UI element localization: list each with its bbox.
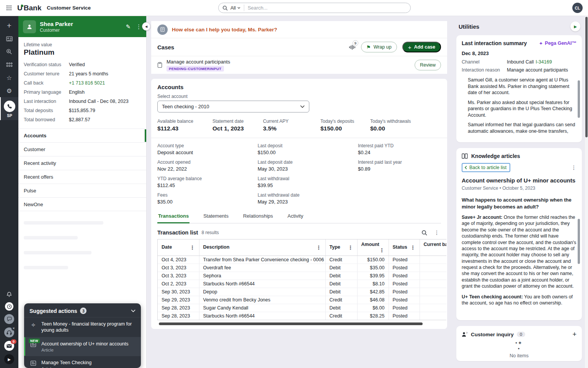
table-row[interactable]: Oct 3, 2023 Overdraft fee Debit $35.00 P… xyxy=(158,264,446,272)
empty-state-sparkle-icon: •✦• xyxy=(462,340,577,352)
customer-nav-item[interactable]: Recent activity xyxy=(18,156,146,170)
clipboard-icon xyxy=(157,62,162,68)
article-paragraph-1: Save+ Jr account: Once the former child … xyxy=(462,214,577,290)
customer-inquiry-title: Customer inquiry xyxy=(471,332,514,337)
inquiry-empty-state: •✦• No items xyxy=(462,338,577,360)
search-insights-icon[interactable] xyxy=(0,45,18,58)
inquiry-count-badge: 0 xyxy=(517,332,525,337)
column-menu-icon[interactable]: ⋮ xyxy=(348,244,353,251)
detail: YTD average balance $112.45 xyxy=(157,176,258,188)
contact-card-icon[interactable] xyxy=(0,32,18,45)
expand-utilities-button[interactable]: ▶ xyxy=(570,21,580,31)
account-tab[interactable]: Relationships xyxy=(242,210,274,223)
table-menu-icon[interactable]: ⋮ xyxy=(434,230,439,236)
column-header[interactable]: Status⋮ xyxy=(389,239,420,256)
mail-icon[interactable]: 0 xyxy=(4,341,14,351)
transaction-table: Date⋮ Description⋮ Type⋮ Amount⋮ Status⋮… xyxy=(158,239,446,320)
table-row[interactable]: Oct 2, 2023 Starbucks North #66544 Debit… xyxy=(158,280,446,288)
column-menu-icon[interactable]: ⋮ xyxy=(190,244,195,251)
customer-nav-item[interactable]: Accounts xyxy=(18,129,146,142)
transaction-list-header: Transaction list 8 results ⋮ xyxy=(157,230,441,236)
clock-icon[interactable] xyxy=(5,302,13,311)
search-input[interactable] xyxy=(248,5,407,11)
back-to-article-list-button[interactable]: Back to article list xyxy=(462,163,510,172)
reason-label: Interaction reason xyxy=(462,67,507,73)
star-icon[interactable]: ☆ xyxy=(0,71,18,84)
customer-nav-item[interactable]: Customer xyxy=(18,142,146,156)
sparkle-icon: ✧ xyxy=(31,322,36,329)
suggested-action-item[interactable]: NEW ✧ Account ownership of U+ minor acco… xyxy=(24,337,141,356)
column-header[interactable]: Date⋮ xyxy=(158,239,199,256)
chevron-down-icon xyxy=(300,105,305,108)
column-menu-icon[interactable]: ⋮ xyxy=(316,244,322,251)
table-row[interactable]: Oct 4, 2023 Transfer from Shea Parker Co… xyxy=(158,256,446,264)
review-case-button[interactable]: Review xyxy=(415,60,441,70)
customer-nav-item[interactable]: NewOne xyxy=(18,197,146,211)
table-row[interactable]: Sep 28, 2023 Starbucks North #66544 Cred… xyxy=(158,312,446,320)
horizontal-scrollbar[interactable] xyxy=(159,322,439,325)
page-scrollbar[interactable] xyxy=(585,16,588,368)
new-item-icon[interactable]: + xyxy=(0,19,18,32)
wrap-up-button[interactable]: ⚑ Wrap up xyxy=(361,42,397,52)
search-scope-select[interactable]: All xyxy=(230,5,240,11)
headset-icon[interactable]: ✕ xyxy=(4,327,14,337)
account-tab[interactable]: Activity xyxy=(287,210,304,223)
column-header[interactable]: Type⋮ xyxy=(325,239,357,256)
table-search-icon[interactable] xyxy=(421,230,427,236)
case-row[interactable]: Manage account participants PENDING-CUST… xyxy=(151,56,447,74)
suggested-action-item[interactable]: ✧ Manage Teen Checking Article xyxy=(24,356,141,368)
account-tab[interactable]: Statements xyxy=(203,210,229,223)
detail: Interest paid YTD $0.24 xyxy=(358,143,441,155)
customer-role: Customer xyxy=(40,28,120,33)
collapse-suggestions-icon[interactable] xyxy=(131,309,136,312)
user-avatar[interactable]: CL xyxy=(572,3,583,13)
customer-menu-icon[interactable]: ⋮ xyxy=(136,23,142,30)
field-value: Verified xyxy=(69,62,141,67)
account-tabs: Transactions Statements Relationships Ac… xyxy=(157,210,441,223)
pega-genai-label: ✦ Pega GenAI™ xyxy=(539,41,577,46)
interaction-id-link[interactable]: I-34169 xyxy=(536,59,552,65)
column-menu-icon[interactable]: ⋮ xyxy=(410,244,416,251)
customer-nav-item[interactable]: Recent offers xyxy=(18,170,146,184)
active-call-tab[interactable]: SP xyxy=(0,97,18,120)
interaction-audio-icon[interactable]: 9 xyxy=(349,44,356,50)
account-select[interactable]: Teen checking - 2010 xyxy=(157,101,309,112)
table-row[interactable]: Oct 3, 2023 Sephora Debit $39.95 Posted xyxy=(158,272,446,280)
lifetime-value-label: Lifetime value xyxy=(24,42,141,47)
suggested-action-item[interactable]: ✧ Teen Money - financial literacy progra… xyxy=(24,317,141,337)
table-row[interactable]: Sep 30, 2023 Depop Debit $42.85 Posted xyxy=(158,288,446,296)
left-icon-rail: + ☆ ⚙ SP xyxy=(0,16,18,368)
edit-customer-icon[interactable]: ✎ xyxy=(126,23,131,30)
interaction-count-badge: 9 xyxy=(353,40,358,46)
column-header[interactable]: Description⋮ xyxy=(199,239,325,256)
table-row[interactable]: Sep 28, 2023 Sugar Candy Kendall Debit $… xyxy=(158,304,446,312)
article-menu-icon[interactable]: ⋮ xyxy=(571,164,577,171)
top-bar: U Bank Customer Service All CL xyxy=(0,0,588,16)
summary-bullet: Ms. Parker also asked about special feat… xyxy=(468,99,577,119)
summary-scrollbar[interactable] xyxy=(578,80,580,118)
chat-icon[interactable] xyxy=(4,314,14,324)
bell-icon[interactable] xyxy=(0,290,18,299)
customer-nav-item[interactable]: Pulse xyxy=(18,184,146,197)
collapse-panel-button[interactable]: ◀ xyxy=(142,22,150,31)
detail: Fees $35.00 xyxy=(157,192,258,205)
customer-avatar-icon xyxy=(23,20,36,33)
suggested-actions-count: 3 xyxy=(80,308,87,314)
customer-panel-header: Shea Parker Customer ✎ ⋮ ◀ xyxy=(18,16,146,37)
column-menu-icon[interactable]: ⋮ xyxy=(379,247,385,253)
article-scrollbar[interactable] xyxy=(578,219,580,264)
add-case-button[interactable]: + Add case xyxy=(402,42,441,52)
table-row[interactable]: Sep 29, 2023 Venmo credit from Becky Jon… xyxy=(158,296,446,304)
column-header[interactable]: Current bal⋮ xyxy=(420,239,446,256)
add-inquiry-button[interactable]: + xyxy=(572,331,577,338)
accounts-title: Accounts xyxy=(157,84,441,90)
app-launcher-icon[interactable] xyxy=(5,3,13,12)
account-tab[interactable]: Transactions xyxy=(157,210,189,223)
column-header[interactable]: Amount⋮ xyxy=(357,239,389,256)
dialpad-icon[interactable] xyxy=(0,58,18,71)
play-icon[interactable]: ▶ xyxy=(4,354,14,364)
gear-icon[interactable]: ⚙ xyxy=(0,84,18,97)
customer-name: Shea Parker xyxy=(40,21,120,27)
channel-value: Inbound CallI-34169 xyxy=(507,59,577,65)
transaction-list-title: Transaction list xyxy=(157,230,198,236)
